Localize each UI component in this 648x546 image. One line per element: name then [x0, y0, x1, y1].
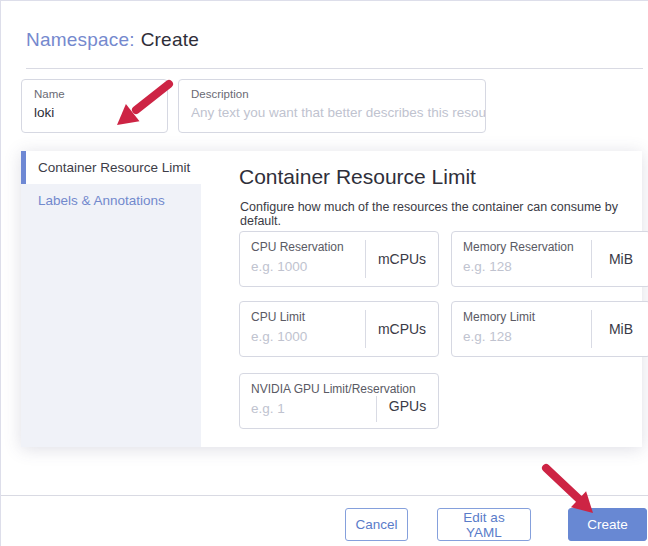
name-label: Name [34, 88, 167, 100]
name-input[interactable] [34, 105, 167, 120]
panel-subtitle: Configure how much of the resources the … [240, 200, 642, 228]
create-button[interactable]: Create [568, 508, 647, 541]
memory-reservation-input[interactable] [463, 259, 573, 274]
title-action: Create [141, 29, 199, 50]
description-field-group: Description [178, 79, 486, 133]
footer-divider [1, 495, 648, 496]
title-resource-type-link[interactable]: Namespace: [26, 29, 135, 50]
description-input[interactable] [191, 105, 485, 120]
active-tab-indicator [21, 151, 26, 184]
gpu-limit-unit: GPUs [376, 396, 438, 422]
memory-reservation-label: Memory Reservation [463, 240, 574, 254]
cancel-button[interactable]: Cancel [345, 508, 408, 541]
memory-limit-label: Memory Limit [463, 310, 535, 324]
panel-title: Container Resource Limit [239, 165, 476, 189]
header-divider [26, 68, 643, 69]
memory-reservation-field-group: Memory Reservation MiB [451, 231, 648, 287]
resource-card: Container Resource Limit Labels & Annota… [21, 151, 642, 447]
tab-label: Labels & Annotations [38, 193, 165, 208]
memory-limit-field-group: Memory Limit MiB [451, 301, 648, 357]
namespace-create-modal: Namespace:Create Name Description Contai… [0, 0, 648, 546]
cpu-limit-unit: mCPUs [365, 310, 438, 348]
tab-container-resource-limit[interactable]: Container Resource Limit [21, 151, 201, 184]
gpu-limit-label: NVIDIA GPU Limit/Reservation [251, 382, 416, 396]
description-label: Description [191, 88, 485, 100]
memory-limit-unit: MiB [591, 310, 648, 348]
cpu-reservation-input[interactable] [251, 259, 361, 274]
cpu-limit-input[interactable] [251, 329, 361, 344]
gpu-limit-field-group: NVIDIA GPU Limit/Reservation GPUs [239, 373, 439, 429]
cpu-limit-label: CPU Limit [251, 310, 305, 324]
cpu-reservation-label: CPU Reservation [251, 240, 344, 254]
memory-reservation-unit: MiB [591, 240, 648, 278]
tab-labels-annotations[interactable]: Labels & Annotations [21, 184, 201, 217]
memory-limit-input[interactable] [463, 329, 573, 344]
tabs-sidebar: Container Resource Limit Labels & Annota… [21, 151, 201, 447]
cpu-limit-field-group: CPU Limit mCPUs [239, 301, 439, 357]
name-field-group: Name [21, 79, 168, 133]
edit-as-yaml-button[interactable]: Edit as YAML [437, 508, 531, 541]
tab-label: Container Resource Limit [38, 160, 190, 175]
cpu-reservation-field-group: CPU Reservation mCPUs [239, 231, 439, 287]
gpu-limit-input[interactable] [251, 401, 361, 416]
tab-panel: Container Resource Limit Configure how m… [201, 151, 642, 447]
cpu-reservation-unit: mCPUs [365, 240, 438, 278]
page-title: Namespace:Create [26, 29, 199, 51]
